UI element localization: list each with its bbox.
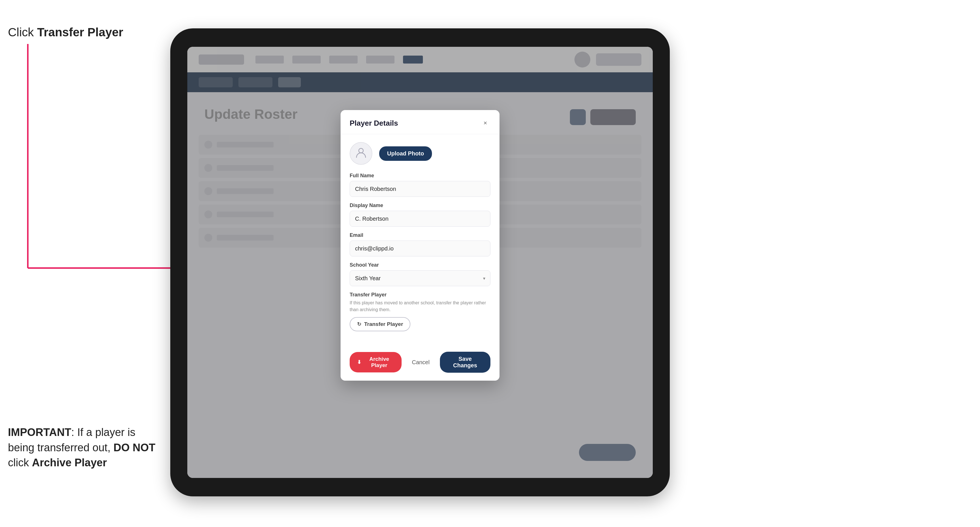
tablet-screen: Update Roster (187, 47, 653, 478)
transfer-player-button[interactable]: ↻ Transfer Player (350, 317, 410, 331)
email-label: Email (350, 232, 490, 238)
full-name-label: Full Name (350, 173, 490, 179)
transfer-btn-label: Transfer Player (364, 321, 403, 327)
display-name-group: Display Name (350, 203, 490, 227)
transfer-icon: ↻ (357, 321, 361, 327)
important-text-4: click (8, 457, 32, 468)
school-year-select-wrapper: First Year Second Year Third Year Fourth… (350, 270, 490, 286)
modal-body: Upload Photo Full Name Display Name (340, 134, 500, 346)
archive-btn-label: Archive Player (364, 356, 394, 368)
photo-section: Upload Photo (350, 142, 490, 165)
display-name-input[interactable] (350, 211, 490, 227)
do-not-label: DO NOT (113, 441, 156, 454)
save-changes-button[interactable]: Save Changes (440, 352, 490, 373)
full-name-group: Full Name (350, 173, 490, 197)
transfer-section: Transfer Player If this player has moved… (350, 292, 490, 331)
display-name-label: Display Name (350, 203, 490, 208)
school-year-select[interactable]: First Year Second Year Third Year Fourth… (350, 270, 490, 286)
instruction-top-prefix: Click (8, 25, 37, 39)
modal-header: Player Details × (340, 110, 500, 134)
archive-player-button[interactable]: ⬇ Archive Player (350, 352, 402, 372)
player-details-modal: Player Details × (340, 110, 500, 381)
archive-player-label: Archive Player (32, 457, 107, 468)
archive-icon: ⬇ (357, 359, 361, 365)
modal-footer: ⬇ Archive Player Cancel Save Changes (340, 346, 500, 381)
transfer-description: If this player has moved to another scho… (350, 300, 490, 313)
user-icon (355, 147, 367, 160)
modal-close-button[interactable]: × (480, 118, 490, 128)
modal-title: Player Details (350, 119, 398, 128)
instruction-top-bold: Transfer Player (37, 25, 124, 39)
school-year-group: School Year First Year Second Year Third… (350, 262, 490, 286)
upload-photo-button[interactable]: Upload Photo (379, 146, 432, 161)
transfer-section-label: Transfer Player (350, 292, 490, 298)
photo-placeholder (350, 142, 372, 165)
email-group: Email (350, 232, 490, 256)
modal-overlay: Player Details × (187, 47, 653, 478)
instruction-top: Click Transfer Player (8, 25, 123, 39)
email-input[interactable] (350, 241, 490, 256)
cancel-button[interactable]: Cancel (406, 355, 435, 370)
instruction-bottom: IMPORTANT: If a player is being transfer… (8, 425, 156, 470)
school-year-label: School Year (350, 262, 490, 268)
important-label: IMPORTANT (8, 426, 71, 438)
svg-point-3 (359, 148, 363, 153)
tablet-device: Update Roster (170, 29, 670, 496)
full-name-input[interactable] (350, 181, 490, 197)
